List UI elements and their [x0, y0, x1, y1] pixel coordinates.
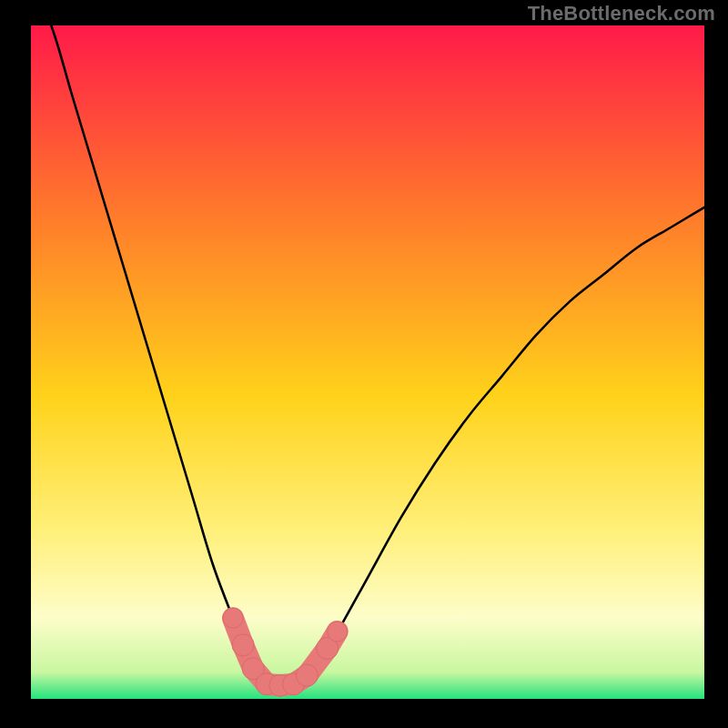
optimum-marker: [223, 608, 243, 628]
chart-root: TheBottleneck.com: [0, 0, 728, 728]
plot-area: [31, 25, 704, 699]
optimum-marker: [328, 622, 348, 642]
optimum-marker: [296, 664, 318, 686]
optimum-marker: [232, 634, 254, 656]
chart-svg: [0, 0, 728, 728]
watermark-text: TheBottleneck.com: [528, 2, 715, 25]
